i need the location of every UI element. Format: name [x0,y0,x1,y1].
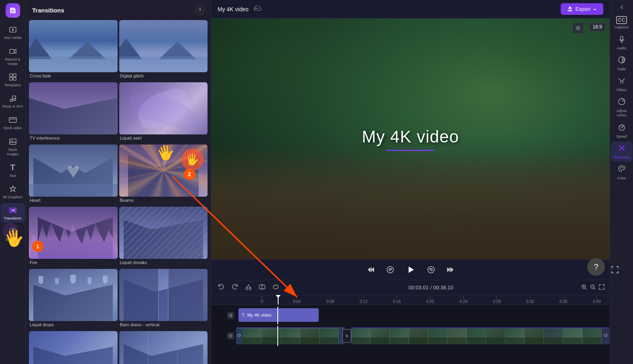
thumb-r7 [467,327,486,344]
timeline-toolbar: 00:03.01 / 00:38.10 [211,280,610,295]
sidebar-item-stock-video[interactable]: Stock video [1,113,25,133]
right-sidebar-adjust-colors-label: Adjust colors [613,109,631,118]
svg-line-27 [163,144,164,171]
settings-button[interactable] [572,22,584,34]
thumb-2 [262,327,281,344]
transition-marker[interactable] [342,329,351,343]
help-button[interactable]: ? [195,6,204,14]
sidebar-item-graphics[interactable]: 88 Graphics [1,182,25,202]
video-track-mute[interactable] [227,332,234,340]
sidebar-label-music: Music & SFX [2,104,23,109]
svg-point-74 [621,127,622,128]
svg-marker-60 [229,334,232,338]
record-icon [8,47,18,56]
transition-item-liquid-streaks[interactable]: Liquid streaks [119,207,208,267]
zoom-out-button[interactable] [590,284,596,291]
video-rocks [211,151,610,259]
video-track-content[interactable] [236,326,610,346]
transition-item-heart[interactable]: ♥ Heart [29,144,118,205]
sidebar-item-stock-images[interactable]: Stock images [1,134,25,159]
thumb-r6 [448,327,467,344]
text-icon: T [8,163,18,173]
transition-thumb-barn-doors-h [29,331,118,364]
transition-thumb-fire [29,207,118,259]
text-track-mute[interactable] [227,312,234,319]
speed-icon [618,123,626,133]
transition-item-liquid-swirl[interactable]: Liquid swirl [119,82,208,143]
sidebar-item-brand-kit[interactable]: Brand kit [1,224,25,244]
zoom-in-button[interactable] [581,284,587,291]
merge-button[interactable] [271,283,281,293]
play-pause-button[interactable] [404,263,417,277]
transitions-grid-scroll[interactable]: Cross fade Digital glitch [26,18,211,364]
transition-item-barn-doors-v[interactable]: Barn doors - vertical [119,269,208,329]
right-sidebar-fade[interactable]: Fade [611,53,633,73]
thumb-r8 [486,327,505,344]
stock-video-icon [8,115,18,125]
text-track-item[interactable]: T My 4K video [238,308,319,322]
svg-point-11 [13,98,16,101]
sidebar-item-transitions[interactable]: Transitions [1,203,25,223]
video-segment-2[interactable] [351,327,610,344]
playback-controls [211,259,610,280]
color-icon [618,165,626,175]
segment2-volume-icon [604,333,609,339]
cut-button[interactable] [243,283,254,293]
sidebar-label-text: Text [9,174,16,178]
video-title-underline [386,150,434,151]
sidebar-item-text[interactable]: T Text [1,161,25,180]
collapse-panel-button[interactable] [618,3,626,11]
sidebar-item-record-create[interactable]: Record & create [1,44,25,69]
svg-marker-65 [604,334,607,337]
transition-item-digital-glitch[interactable]: Digital glitch [119,20,208,81]
help-fab-button[interactable]: ? [587,258,605,276]
right-sidebar-color[interactable]: Color [611,163,633,183]
right-sidebar-filters[interactable]: Filters [611,74,633,94]
undo-button[interactable] [216,283,226,293]
video-preview: My 4K video 16:9 [211,18,610,259]
transition-item-cross-fade[interactable]: Cross fade [29,20,118,81]
sidebar-item-music-sfx[interactable]: Music & SFX [1,91,25,111]
rewind-button[interactable] [385,264,396,275]
svg-rect-0 [11,10,14,11]
transition-item-barn-doors-h[interactable]: Barn doors - horizontal [29,331,118,364]
timeline-tracks: T My 4K video [211,305,610,348]
export-button[interactable]: Export [561,3,603,15]
fast-forward-button[interactable] [425,264,437,275]
transition-item-fire[interactable]: Fire [29,207,118,267]
fullscreen-button[interactable] [610,264,620,275]
fit-timeline-button[interactable] [598,284,605,291]
transition-item-beams[interactable]: 🖐 Beams [119,144,208,205]
sidebar-item-templates[interactable]: Templates [1,70,25,89]
sidebar-item-your-media[interactable]: Your media [1,22,25,43]
svg-marker-42 [447,267,450,272]
transition-label-heart: Heart [29,197,118,205]
skip-back-button[interactable] [365,264,377,275]
transition-item-thirds[interactable]: Thirds [119,331,208,364]
split-button[interactable] [257,283,267,293]
right-sidebar-audio[interactable]: Audio [611,33,633,53]
graphics-icon [8,184,18,194]
aspect-ratio-badge[interactable]: 16:9 [589,22,606,31]
transition-thumb-thirds [119,331,208,364]
transition-thumb-cross-fade [29,20,118,72]
video-segment-1[interactable] [236,327,344,344]
right-sidebar-speed[interactable]: Speed [611,121,633,141]
right-sidebar-adjust-colors[interactable]: Adjust colors [611,95,633,120]
thumb-r9 [505,327,525,344]
transition-label-liquid-streaks: Liquid streaks [119,259,208,267]
redo-button[interactable] [230,283,240,293]
svg-rect-8 [10,77,12,80]
project-title: My 4K video [218,6,248,12]
skip-forward-button[interactable] [445,264,456,275]
left-sidebar: Your media Record & create Templates [0,0,26,364]
right-sidebar-captions[interactable]: CC Captions [611,14,633,32]
svg-point-10 [10,99,12,102]
transition-item-tv-interference[interactable]: TV interference [29,82,118,143]
captions-icon: CC [616,16,627,24]
music-icon [8,94,18,103]
thumb-5 [320,327,339,344]
transition-item-liquid-drops[interactable]: Liquid drops [29,269,118,329]
svg-line-77 [623,126,624,127]
right-sidebar-transition[interactable]: Transition [611,142,633,162]
